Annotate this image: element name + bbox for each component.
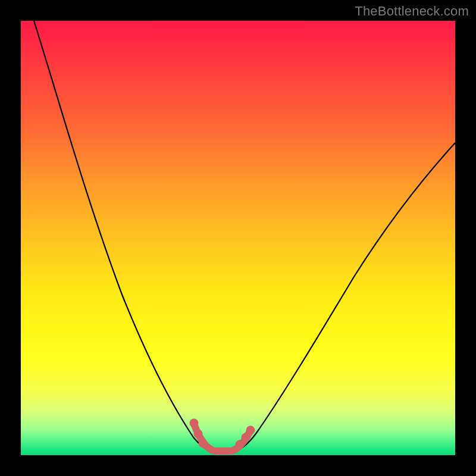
- bump-dot: [190, 419, 199, 428]
- curve-svg: [21, 21, 455, 455]
- bump-dot: [199, 439, 208, 448]
- watermark-text: TheBottleneck.com: [355, 4, 469, 19]
- chart-stage: TheBottleneck.com: [0, 0, 476, 476]
- bump-dot: [236, 440, 245, 449]
- bump-dot: [246, 426, 255, 435]
- bottleneck-curve: [34, 21, 455, 452]
- bump-dot: [194, 430, 203, 439]
- plot-area: [21, 21, 455, 455]
